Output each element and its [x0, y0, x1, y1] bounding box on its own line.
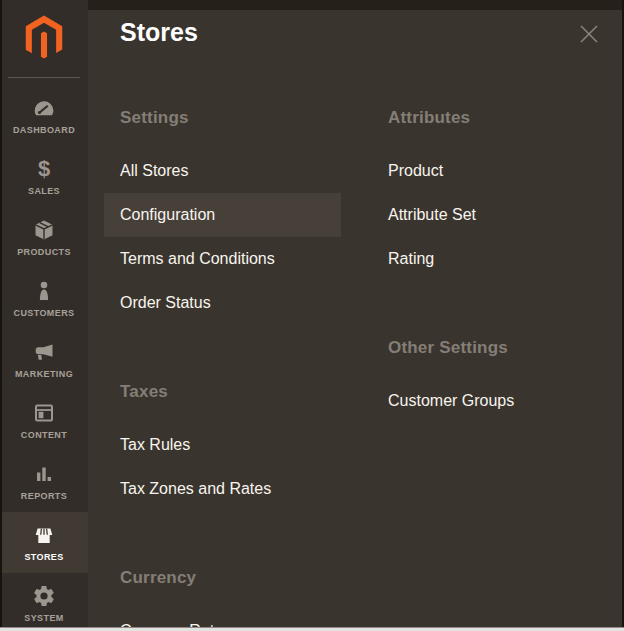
page-bottom-edge: [0, 627, 624, 631]
sidebar-item-sales[interactable]: $ SALES: [0, 146, 88, 207]
menu-item-customer-groups[interactable]: Customer Groups: [372, 379, 609, 423]
sidebar-item-label: SALES: [28, 186, 60, 196]
menu-item-terms-and-conditions[interactable]: Terms and Conditions: [104, 237, 341, 281]
gear-icon: [31, 584, 57, 608]
magento-logo[interactable]: [0, 0, 88, 77]
person-icon: [31, 279, 57, 303]
section-header: Settings: [120, 108, 325, 128]
sidebar-item-label: MARKETING: [15, 369, 73, 379]
sidebar-item-stores[interactable]: STORES: [0, 512, 88, 573]
dashboard-gauge-icon: [31, 96, 57, 120]
flyout-column-2: Attributes Product Attribute Set Rating …: [372, 108, 609, 423]
submenu-section-other-settings: Other Settings Customer Groups: [372, 338, 609, 423]
sidebar-item-label: DASHBOARD: [13, 125, 75, 135]
megaphone-icon: [31, 340, 57, 364]
flyout-title: Stores: [120, 16, 198, 48]
section-header: Other Settings: [388, 338, 593, 358]
sidebar-item-products[interactable]: PRODUCTS: [0, 207, 88, 268]
sidebar-item-marketing[interactable]: MARKETING: [0, 329, 88, 390]
sidebar-item-system[interactable]: SYSTEM: [0, 573, 88, 631]
storefront-icon: [31, 523, 57, 547]
flyout-column-1: Settings All Stores Configuration Terms …: [104, 108, 341, 631]
submenu-section-attributes: Attributes Product Attribute Set Rating: [372, 108, 609, 281]
section-header: Taxes: [120, 382, 325, 402]
sidebar-divider: [8, 77, 80, 78]
page-top-strip: [88, 0, 624, 10]
sidebar-item-content[interactable]: CONTENT: [0, 390, 88, 451]
stores-flyout-menu: Stores Settings All Stores Configuration…: [88, 10, 624, 631]
sidebar-item-label: STORES: [24, 552, 63, 562]
sidebar-nav: DASHBOARD $ SALES PRODUCTS: [0, 85, 88, 631]
sidebar-item-reports[interactable]: REPORTS: [0, 451, 88, 512]
menu-item-tax-rules[interactable]: Tax Rules: [104, 423, 341, 467]
sidebar-item-dashboard[interactable]: DASHBOARD: [0, 85, 88, 146]
sidebar-item-label: REPORTS: [21, 491, 67, 501]
page-layout-icon: [31, 401, 57, 425]
sidebar-item-customers[interactable]: CUSTOMERS: [0, 268, 88, 329]
sidebar-item-label: SYSTEM: [24, 613, 63, 623]
close-icon[interactable]: [578, 23, 600, 45]
submenu-section-currency: Currency Currency Rates: [104, 568, 341, 631]
menu-item-all-stores[interactable]: All Stores: [104, 149, 341, 193]
submenu-section-settings: Settings All Stores Configuration Terms …: [104, 108, 341, 325]
dollar-sign-icon: $: [31, 157, 57, 181]
menu-item-tax-zones-and-rates[interactable]: Tax Zones and Rates: [104, 467, 341, 511]
section-header: Currency: [120, 568, 325, 588]
sidebar-item-label: CUSTOMERS: [14, 308, 75, 318]
sidebar-item-label: PRODUCTS: [17, 247, 71, 257]
section-header: Attributes: [388, 108, 593, 128]
magento-logo-icon: [22, 14, 66, 64]
menu-item-order-status[interactable]: Order Status: [104, 281, 341, 325]
sidebar-item-label: CONTENT: [21, 430, 67, 440]
bar-chart-icon: [31, 462, 57, 486]
screen-left-edge: [0, 0, 2, 631]
submenu-section-taxes: Taxes Tax Rules Tax Zones and Rates: [104, 382, 341, 511]
menu-item-attribute-set[interactable]: Attribute Set: [372, 193, 609, 237]
menu-item-product[interactable]: Product: [372, 149, 609, 193]
magento-admin-screen: DASHBOARD $ SALES PRODUCTS: [0, 0, 624, 631]
menu-item-configuration[interactable]: Configuration: [104, 193, 341, 237]
menu-item-rating[interactable]: Rating: [372, 237, 609, 281]
box-icon: [31, 218, 57, 242]
admin-sidebar: DASHBOARD $ SALES PRODUCTS: [0, 0, 88, 631]
